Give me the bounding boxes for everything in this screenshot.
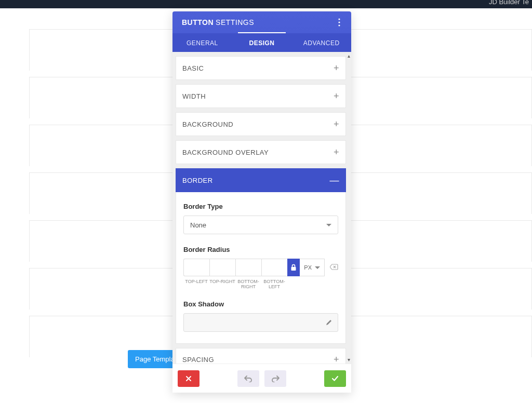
panel-title-light: SETTINGS bbox=[216, 18, 254, 26]
undo-button[interactable] bbox=[237, 370, 259, 387]
section-label: BACKGROUND bbox=[182, 120, 233, 128]
section-basic[interactable]: BASIC + bbox=[176, 56, 346, 80]
radius-bottom-right-input[interactable] bbox=[235, 259, 261, 276]
panel-scroll[interactable]: BASIC + WIDTH + BACKGROUND + BACKGROUND … bbox=[172, 52, 351, 364]
radius-unit-value: PX bbox=[304, 264, 312, 271]
svg-point-0 bbox=[338, 18, 340, 20]
border-radius-row: PX bbox=[183, 259, 338, 276]
expand-icon: + bbox=[334, 91, 339, 102]
corner-label-bl: BOTTOM-LEFT bbox=[261, 279, 287, 290]
expand-icon: + bbox=[334, 354, 339, 364]
corner-label-tl: TOP-LEFT bbox=[183, 279, 209, 290]
collapse-icon: — bbox=[330, 175, 340, 186]
radius-reset-button[interactable] bbox=[330, 263, 338, 272]
footer-center bbox=[237, 370, 286, 387]
section-label: BORDER bbox=[182, 177, 213, 184]
section-border-content: Border Type None Border Radius bbox=[176, 192, 346, 344]
cancel-button[interactable] bbox=[178, 370, 200, 387]
section-background[interactable]: BACKGROUND + bbox=[176, 112, 346, 136]
panel-header: BUTTON SETTINGS bbox=[172, 11, 351, 33]
tab-general[interactable]: GENERAL bbox=[172, 33, 232, 52]
section-label: BASIC bbox=[182, 64, 204, 72]
panel-tabs: GENERAL DESIGN ADVANCED bbox=[172, 33, 351, 52]
expand-icon: + bbox=[334, 63, 339, 74]
section-border[interactable]: BORDER — bbox=[176, 168, 346, 192]
radius-unit-select[interactable]: PX bbox=[300, 259, 325, 276]
panel-footer bbox=[172, 364, 351, 393]
section-label: SPACING bbox=[182, 356, 214, 364]
tab-design[interactable]: DESIGN bbox=[232, 33, 292, 52]
svg-point-2 bbox=[338, 24, 340, 26]
radius-top-left-input[interactable] bbox=[183, 259, 209, 276]
undo-icon bbox=[244, 375, 252, 382]
topbar-title: JD Builder Te bbox=[489, 0, 532, 6]
scroll-down-icon[interactable]: ▾ bbox=[348, 357, 350, 362]
check-icon bbox=[331, 375, 339, 382]
app-topbar: JD Builder Te bbox=[0, 0, 532, 8]
border-radius-label: Border Radius bbox=[183, 246, 338, 253]
kebab-icon bbox=[338, 18, 340, 26]
close-icon bbox=[185, 375, 192, 382]
svg-point-1 bbox=[338, 21, 340, 23]
section-background-overlay[interactable]: BACKGROUND OVERLAY + bbox=[176, 140, 346, 164]
pencil-icon bbox=[325, 319, 332, 326]
chevron-down-icon bbox=[315, 266, 320, 269]
section-label: WIDTH bbox=[182, 92, 206, 100]
tab-advanced[interactable]: ADVANCED bbox=[291, 33, 351, 52]
backspace-icon bbox=[330, 264, 338, 270]
panel-body: ▴ BASIC + WIDTH + BACKGROUND + BACKGROUN… bbox=[172, 52, 351, 364]
settings-panel: BUTTON SETTINGS GENERAL DESIGN ADVANCED … bbox=[172, 11, 351, 393]
box-shadow-label: Box Shadow bbox=[183, 300, 338, 308]
radius-bottom-left-input[interactable] bbox=[261, 259, 287, 276]
section-width[interactable]: WIDTH + bbox=[176, 84, 346, 108]
lock-icon bbox=[290, 264, 297, 271]
svg-rect-3 bbox=[291, 267, 296, 271]
expand-icon: + bbox=[334, 119, 339, 130]
section-spacing[interactable]: SPACING + bbox=[176, 348, 346, 364]
radius-lock-button[interactable] bbox=[287, 259, 300, 276]
corner-label-br: BOTTOM-RIGHT bbox=[235, 279, 261, 290]
apply-button[interactable] bbox=[324, 370, 346, 387]
corner-label-tr: TOP-RIGHT bbox=[209, 279, 235, 290]
section-label: BACKGROUND OVERLAY bbox=[182, 149, 269, 156]
border-type-select[interactable]: None bbox=[183, 216, 338, 234]
box-shadow-input[interactable] bbox=[183, 313, 338, 332]
panel-title-strong: BUTTON bbox=[182, 18, 214, 26]
border-type-label: Border Type bbox=[183, 203, 338, 210]
radius-corner-labels: TOP-LEFT TOP-RIGHT BOTTOM-RIGHT BOTTOM-L… bbox=[183, 279, 338, 290]
expand-icon: + bbox=[334, 147, 339, 158]
panel-menu-button[interactable] bbox=[335, 17, 344, 28]
redo-button[interactable] bbox=[264, 370, 286, 387]
chevron-down-icon bbox=[326, 224, 331, 226]
border-type-value: None bbox=[190, 221, 206, 229]
redo-icon bbox=[271, 375, 280, 382]
radius-top-right-input[interactable] bbox=[209, 259, 235, 276]
